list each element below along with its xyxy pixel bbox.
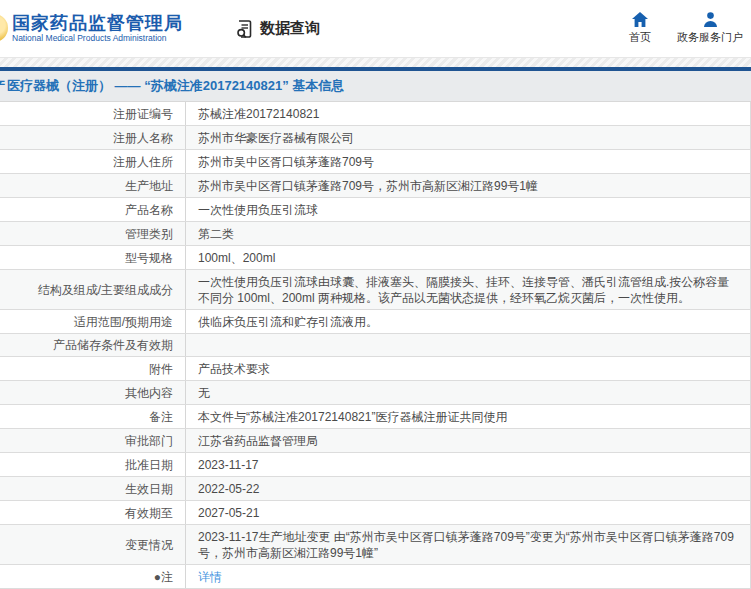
row-value: 苏械注准20172140821 — [186, 102, 750, 125]
home-icon — [632, 12, 648, 27]
row-label: 附件 — [0, 357, 186, 380]
page-title: 医疗器械（注册） —— “苏械注准20172140821” 基本信息 — [7, 77, 344, 95]
table-row: 型号规格100ml、200ml — [0, 246, 750, 270]
table-row: 产品名称一次性使用负压引流球 — [0, 198, 750, 222]
row-label: 生产地址 — [0, 174, 186, 197]
row-value: 苏州市华豪医疗器械有限公司 — [186, 126, 750, 149]
row-value: 一次性使用负压引流球由球囊、排液塞头、隔膜接头、挂环、连接导管、潘氏引流管组成.… — [186, 270, 750, 309]
table-row-structure: 结构及组成/主要组成成分一次性使用负压引流球由球囊、排液塞头、隔膜接头、挂环、连… — [0, 270, 750, 310]
table-row-note: ●注 详情 — [0, 565, 750, 589]
row-label: 适用范围/预期用途 — [0, 310, 186, 333]
nav-home[interactable]: 首页 — [629, 12, 651, 45]
row-value: 第二类 — [186, 222, 750, 245]
row-label: 生效日期 — [0, 477, 186, 500]
row-label: 注册人住所 — [0, 150, 186, 173]
data-query-tab[interactable]: 数据查询 — [235, 19, 320, 39]
table-row: 产品储存条件及有效期 — [0, 334, 750, 357]
row-value: 本文件与“苏械注准20172140821”医疗器械注册证共同使用 — [186, 405, 750, 428]
breadcrumb-clipped-char: 产 — [0, 77, 7, 95]
row-label: 型号规格 — [0, 246, 186, 269]
row-label: 其他内容 — [0, 381, 186, 404]
agency-name-cn: 国家药品监督管理局 — [12, 14, 183, 33]
nav-home-label: 首页 — [629, 30, 651, 45]
row-label: 结构及组成/主要组成成分 — [0, 270, 186, 309]
agency-brand: 国家药品监督管理局 National Medical Products Admi… — [12, 14, 183, 44]
table-row: 适用范围/预期用途供临床负压引流和贮存引流液用。 — [0, 310, 750, 334]
table-row: 批准日期2023-11-17 — [0, 453, 750, 477]
table-row: 注册人住所苏州市吴中区胥口镇茅蓬路709号 — [0, 150, 750, 174]
table-row: 管理类别第二类 — [0, 222, 750, 246]
table-row: 生效日期2022-05-22 — [0, 477, 750, 501]
table-row: 注册证编号苏械注准20172140821 — [0, 102, 750, 126]
row-label: 注册证编号 — [0, 102, 186, 125]
row-value: 苏州市吴中区胥口镇茅蓬路709号，苏州市高新区湘江路99号1幢 — [186, 174, 750, 197]
row-label: 审批部门 — [0, 429, 186, 452]
row-value: 供临床负压引流和贮存引流液用。 — [186, 310, 750, 333]
row-label: 管理类别 — [0, 222, 186, 245]
table-row: 审批部门江苏省药品监督管理局 — [0, 429, 750, 453]
row-value: 一次性使用负压引流球 — [186, 198, 750, 221]
row-value: 无 — [186, 381, 750, 404]
registration-info-table: 注册证编号苏械注准20172140821 注册人名称苏州市华豪医疗器械有限公司 … — [0, 102, 751, 589]
agency-name-en: National Medical Products Administration — [12, 34, 183, 43]
row-value: 苏州市吴中区胥口镇茅蓬路709号 — [186, 150, 750, 173]
row-label: 产品储存条件及有效期 — [0, 334, 186, 356]
row-value: 江苏省药品监督管理局 — [186, 429, 750, 452]
document-search-icon — [235, 19, 255, 39]
table-row: 其他内容无 — [0, 381, 750, 405]
row-value: 2023-11-17 — [186, 453, 750, 476]
row-value: 产品技术要求 — [186, 357, 750, 380]
nav-gov-service-portal[interactable]: 政务服务门户 — [677, 12, 743, 45]
top-navigation: 首页 政务服务门户 — [629, 12, 743, 45]
person-icon — [703, 12, 718, 27]
row-label: 注册人名称 — [0, 126, 186, 149]
row-label: 有效期至 — [0, 501, 186, 524]
hatched-divider-band — [0, 57, 751, 67]
table-row: 有效期至2027-05-21 — [0, 501, 750, 525]
table-row: 附件产品技术要求 — [0, 357, 750, 381]
table-row: 备注本文件与“苏械注准20172140821”医疗器械注册证共同使用 — [0, 405, 750, 429]
row-value: 2027-05-21 — [186, 501, 750, 524]
nav-portal-label: 政务服务门户 — [677, 30, 743, 45]
row-value: 详情 — [186, 565, 750, 588]
row-value: 2022-05-22 — [186, 477, 750, 500]
row-label: ●注 — [0, 565, 186, 588]
row-value: 100ml、200ml — [186, 246, 750, 269]
row-value — [186, 334, 750, 356]
details-link[interactable]: 详情 — [198, 569, 222, 585]
row-label: 产品名称 — [0, 198, 186, 221]
site-header: 国家药品监督管理局 National Medical Products Admi… — [0, 0, 751, 57]
breadcrumb: 产 医疗器械（注册） —— “苏械注准20172140821” 基本信息 — [0, 71, 751, 102]
data-query-label: 数据查询 — [260, 19, 320, 38]
row-label: 备注 — [0, 405, 186, 428]
row-label: 批准日期 — [0, 453, 186, 476]
agency-logo — [0, 14, 8, 42]
row-value: 2023-11-17生产地址变更 由“苏州市吴中区胥口镇茅蓬路709号”变更为“… — [186, 525, 750, 564]
row-label: 变更情况 — [0, 525, 186, 564]
table-row: 生产地址苏州市吴中区胥口镇茅蓬路709号，苏州市高新区湘江路99号1幢 — [0, 174, 750, 198]
table-row: 注册人名称苏州市华豪医疗器械有限公司 — [0, 126, 750, 150]
table-row-change-history: 变更情况2023-11-17生产地址变更 由“苏州市吴中区胥口镇茅蓬路709号”… — [0, 525, 750, 565]
